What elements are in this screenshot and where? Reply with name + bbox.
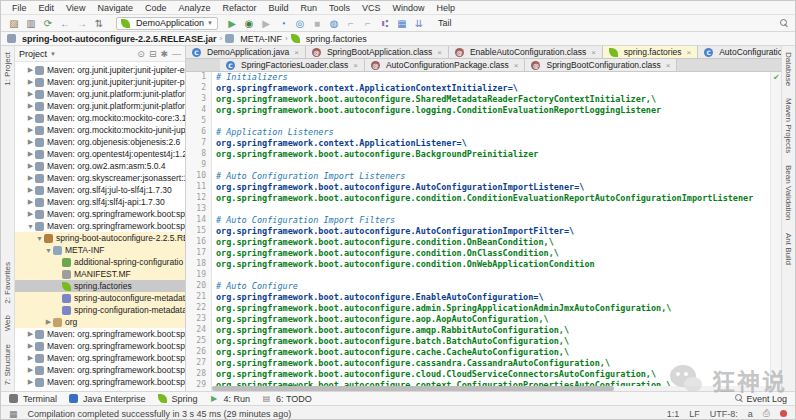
editor-tab[interactable]: AutoConfigurationImportSelector.class×: [698, 46, 781, 58]
editor-horizontal-scrollbar[interactable]: [212, 386, 770, 391]
tree-item[interactable]: MANIFEST.MF: [15, 268, 185, 280]
hector-inspections-icon[interactable]: ⎙: [763, 408, 770, 419]
tree-item[interactable]: ▶Maven: org.junit.jupiter:junit-jupiter-…: [15, 64, 185, 76]
tree-item[interactable]: spring.factories: [15, 280, 185, 292]
menu-edit[interactable]: Edit: [33, 3, 61, 13]
tree-expand-arrow[interactable]: ▶: [26, 150, 35, 158]
search-everywhere-icon[interactable]: [780, 19, 789, 28]
debug-button[interactable]: ◉: [242, 16, 256, 31]
tree-expand-arrow[interactable]: ▶: [26, 138, 35, 146]
menu-build[interactable]: Build: [262, 3, 294, 13]
tree-item[interactable]: ▶Maven: org.springframework.boot:spring: [15, 328, 185, 340]
editor-tab[interactable]: AutoConfigurationPackage.class×: [365, 59, 526, 71]
tree-expand-arrow[interactable]: ▶: [26, 198, 35, 206]
toolwindow-toggle-icon[interactable]: ▦: [9, 409, 18, 419]
editor-tab[interactable]: EnableAutoConfiguration.class×: [449, 46, 603, 58]
breadcrumb-item[interactable]: META-INF: [225, 34, 282, 44]
find-button[interactable]: ◍: [327, 16, 341, 31]
editor-tab[interactable]: SpringBootConfiguration.class×: [525, 59, 677, 71]
tree-expand-arrow[interactable]: ▶: [26, 102, 35, 110]
toolwindow-button-6-todo[interactable]: 6: TODO: [262, 394, 312, 404]
save-all-icon[interactable]: ▥: [24, 16, 38, 31]
tree-expand-arrow[interactable]: ▶: [26, 186, 35, 194]
tree-item[interactable]: ▶Maven: org.slf4j:jul-to-slf4j:1.7.30: [15, 184, 185, 196]
tree-expand-arrow[interactable]: ▶: [26, 66, 35, 74]
toolwindow-button-terminal[interactable]: Terminal: [9, 394, 57, 404]
stripe-button-7-structure[interactable]: 7: Structure: [3, 344, 12, 385]
sort-icon[interactable]: ⇅: [92, 16, 106, 31]
tree-item[interactable]: ▶Maven: org.mockito:mockito-core:3.1.0: [15, 112, 185, 124]
collapse-all-icon[interactable]: ⊟: [149, 49, 157, 59]
tree-expand-arrow[interactable]: ▶: [26, 174, 35, 182]
hide-panel-icon[interactable]: —: [172, 49, 181, 59]
stripe-button-web[interactable]: Web: [3, 315, 12, 331]
inspections-ok-icon[interactable]: ✔: [773, 73, 780, 82]
tab-close-icon[interactable]: ×: [591, 48, 596, 57]
menu-help[interactable]: Help: [431, 3, 462, 13]
run-configuration-select[interactable]: DemoApplication ▼: [116, 17, 218, 30]
stripe-button-database[interactable]: Database: [784, 52, 793, 86]
stripe-button-ant-build[interactable]: Ant Build: [784, 233, 793, 265]
tree-expand-arrow[interactable]: ▶: [44, 318, 53, 326]
tree-collapse-arrow[interactable]: ▼: [44, 247, 53, 254]
vcs-update-icon[interactable]: ⇊: [412, 16, 426, 31]
tree-item[interactable]: ▶Maven: org.springframework.boot:spring: [15, 364, 185, 376]
tab-close-icon[interactable]: ×: [514, 61, 519, 70]
stop-button[interactable]: ■: [310, 16, 324, 31]
tree-item[interactable]: ▶Maven: org.slf4j:slf4j-api:1.7.30: [15, 196, 185, 208]
event-log-button[interactable]: Event Log: [735, 394, 787, 404]
tree-expand-arrow[interactable]: ▶: [26, 378, 35, 386]
tab-close-icon[interactable]: ×: [353, 61, 358, 70]
tree-item[interactable]: ▶Maven: org.junit.jupiter:junit-jupiter-…: [15, 76, 185, 88]
tree-collapse-arrow[interactable]: ▼: [35, 235, 44, 242]
tree-item[interactable]: ▶Maven: org.skyscreamer:jsonassert:1.5.0: [15, 172, 185, 184]
locate-file-icon[interactable]: ⊙: [137, 49, 145, 59]
tree-expand-arrow[interactable]: ▶: [26, 366, 35, 374]
tree-expand-arrow[interactable]: ▶: [26, 330, 35, 338]
tree-item[interactable]: ▶Maven: org.springframework.boot:spring: [15, 352, 185, 364]
settings-gear-icon[interactable]: ✱: [160, 49, 168, 59]
column-mode-badge[interactable]: a: [748, 409, 753, 419]
tree-item[interactable]: ▶Maven: org.mockito:mockito-junit-jupite…: [15, 124, 185, 136]
menu-tools[interactable]: Tools: [323, 3, 356, 13]
editor-tab[interactable]: DemoApplication.java×: [186, 46, 306, 58]
editor-tab[interactable]: SpringFactoriesLoader.class×: [220, 59, 365, 71]
step-into-icon[interactable]: ⌐: [361, 16, 375, 31]
tree-item[interactable]: ▼META-INF: [15, 244, 185, 256]
tree-item[interactable]: additional-spring-configuratio: [15, 256, 185, 268]
menu-file[interactable]: File: [6, 3, 33, 13]
tab-close-icon[interactable]: ×: [666, 61, 671, 70]
editor-code[interactable]: # Initializersorg.springframework.contex…: [212, 72, 770, 391]
sync-icon[interactable]: ⟳: [41, 16, 55, 31]
file-encoding[interactable]: UTF-8:: [710, 409, 738, 419]
tree-expand-arrow[interactable]: ▶: [26, 78, 35, 86]
stripe-button-bean-validation[interactable]: Bean Validation: [784, 165, 793, 220]
tree-item[interactable]: ▶Maven: org.junit.platform:junit-platfor…: [15, 100, 185, 112]
open-folder-icon[interactable]: ▨: [7, 16, 21, 31]
tree-expand-arrow[interactable]: ▶: [26, 210, 35, 218]
menu-run[interactable]: Run: [295, 3, 324, 13]
menu-vcs[interactable]: VCS: [356, 3, 387, 13]
tree-item[interactable]: ▶Maven: org.junit.platform:junit-platfor…: [15, 88, 185, 100]
rerun-button[interactable]: ◎: [293, 16, 307, 31]
menu-window[interactable]: Window: [387, 3, 431, 13]
toolwindow-button-java-enterprise[interactable]: Java Enterprise: [69, 394, 146, 404]
tree-item[interactable]: spring-configuration-metadata: [15, 304, 185, 316]
menu-refactor[interactable]: Refactor: [216, 3, 262, 13]
tree-expand-arrow[interactable]: ▶: [26, 342, 35, 350]
editor-tab[interactable]: SpringBootApplication.class×: [306, 46, 449, 58]
tree-expand-arrow[interactable]: ▶: [26, 126, 35, 134]
back-icon[interactable]: ←: [58, 16, 72, 31]
tree-item[interactable]: ▶Maven: org.ow2.asm:asm:5.0.4: [15, 160, 185, 172]
menu-navigate[interactable]: Navigate: [91, 3, 139, 13]
tree-item[interactable]: ▶Maven: org.opentest4j:opentest4j:1.2.0: [15, 148, 185, 160]
editor[interactable]: 1234567891011121314151617181920212223242…: [186, 72, 781, 391]
layout-icon[interactable]: ▦: [395, 16, 409, 31]
tab-close-icon[interactable]: ×: [437, 48, 442, 57]
forward-icon[interactable]: →: [75, 16, 89, 31]
stripe-button-1-project[interactable]: 1: Project: [3, 52, 12, 86]
toolwindow-button-4-run[interactable]: 4: Run: [210, 394, 251, 404]
tree-item[interactable]: ▶Maven: org.springframework.boot:spring: [15, 208, 185, 220]
run-button[interactable]: ▶: [225, 16, 239, 31]
coverage-icon[interactable]: ⑆: [378, 16, 392, 31]
